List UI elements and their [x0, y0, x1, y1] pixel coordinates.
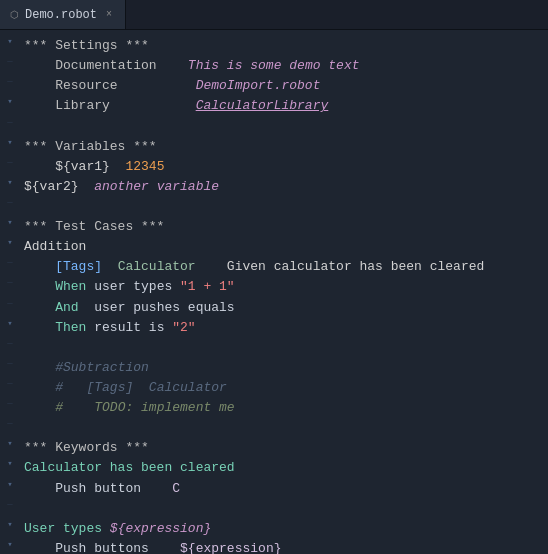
token: # [Tags] Calculator: [55, 380, 227, 395]
line: ─: [0, 499, 548, 519]
line: ▾ Push buttons ${expression}: [0, 539, 548, 554]
code: Push button C: [20, 479, 544, 499]
line: ─ [Tags] Calculator Given calculator has…: [0, 257, 548, 277]
token: [110, 159, 126, 174]
gutter: ─: [0, 157, 20, 171]
code: *** Settings ***: [20, 36, 544, 56]
token: result is: [86, 320, 172, 335]
token: C: [172, 481, 180, 496]
line: ▾ Library CalculatorLibrary: [0, 96, 548, 116]
token: Resource: [55, 78, 117, 93]
tab-close-button[interactable]: ×: [103, 8, 115, 21]
code: Documentation This is some demo text: [20, 56, 544, 76]
gutter: ─: [0, 298, 20, 312]
token: *** Settings ***: [24, 38, 149, 53]
token: 12345: [125, 159, 164, 174]
token: [157, 58, 188, 73]
code: Library CalculatorLibrary: [20, 96, 544, 116]
code: Calculator has been cleared: [20, 458, 544, 478]
code: ${var2} another variable: [20, 177, 544, 197]
line: ▾*** Variables ***: [0, 137, 548, 157]
token: User types: [24, 521, 110, 536]
token: [102, 259, 118, 274]
token: *** Test Cases ***: [24, 219, 164, 234]
code: Addition: [20, 237, 544, 257]
token: ${var1}: [55, 159, 110, 174]
gutter: ▾: [0, 458, 20, 472]
token: *** Variables ***: [24, 139, 157, 154]
gutter: ─: [0, 257, 20, 271]
line: ─ Documentation This is some demo text: [0, 56, 548, 76]
token: *** Keywords ***: [24, 440, 149, 455]
token: CalculatorLibrary: [196, 98, 329, 113]
code: Then result is "2": [20, 318, 544, 338]
line: ─: [0, 197, 548, 217]
code: [Tags] Calculator Given calculator has b…: [20, 257, 544, 277]
token: ${var2}: [24, 179, 79, 194]
token: Then: [55, 320, 86, 335]
code: # TODO: implement me: [20, 398, 544, 418]
gutter: ▾: [0, 36, 20, 50]
token: Calculator: [118, 259, 196, 274]
token: And: [55, 300, 78, 315]
gutter: ─: [0, 277, 20, 291]
gutter: ─: [0, 398, 20, 412]
token: DemoImport.robot: [196, 78, 321, 93]
token: [118, 78, 196, 93]
token: Library: [55, 98, 110, 113]
code: *** Keywords ***: [20, 438, 544, 458]
token: Addition: [24, 239, 86, 254]
line: ─ # TODO: implement me: [0, 398, 548, 418]
token: ${expression}: [180, 541, 281, 554]
token: [79, 179, 95, 194]
token: Push buttons: [55, 541, 149, 554]
token: #Subtraction: [55, 360, 149, 375]
gutter: ▾: [0, 137, 20, 151]
line: ▾User types ${expression}: [0, 519, 548, 539]
gutter: ─: [0, 338, 20, 352]
line: ─: [0, 338, 548, 358]
line: ▾ Then result is "2": [0, 318, 548, 338]
code: And user pushes equals: [20, 298, 544, 318]
gutter: ▾: [0, 217, 20, 231]
gutter: ─: [0, 76, 20, 90]
gutter: ▾: [0, 519, 20, 533]
code: *** Variables ***: [20, 137, 544, 157]
token: [110, 98, 196, 113]
gutter: ─: [0, 378, 20, 392]
token: [149, 541, 180, 554]
line: ▾*** Test Cases ***: [0, 217, 548, 237]
token: another variable: [94, 179, 219, 194]
gutter: ─: [0, 499, 20, 513]
token: "2": [172, 320, 195, 335]
token: ${expression}: [110, 521, 211, 536]
line: ─ ${var1} 12345: [0, 157, 548, 177]
gutter: ▾: [0, 237, 20, 251]
code: User types ${expression}: [20, 519, 544, 539]
code: *** Test Cases ***: [20, 217, 544, 237]
line: ▾Addition: [0, 237, 548, 257]
code: # [Tags] Calculator: [20, 378, 544, 398]
gutter: ▾: [0, 438, 20, 452]
token: Given calculator has been cleared: [196, 259, 485, 274]
demo-robot-tab[interactable]: ⬡ Demo.robot ×: [0, 0, 126, 29]
gutter: ▾: [0, 96, 20, 110]
editor: ▾*** Settings ***─ Documentation This is…: [0, 30, 548, 554]
token: When: [55, 279, 86, 294]
line: ─ # [Tags] Calculator: [0, 378, 548, 398]
code: ${var1} 12345: [20, 157, 544, 177]
line: ─ And user pushes equals: [0, 298, 548, 318]
gutter: ─: [0, 56, 20, 70]
token: user pushes equals: [79, 300, 235, 315]
token: This is some demo text: [188, 58, 360, 73]
gutter: ▾: [0, 177, 20, 191]
gutter: ─: [0, 197, 20, 211]
line: ▾ Push button C: [0, 479, 548, 499]
tab-icon: ⬡: [10, 9, 19, 21]
line: ─ Resource DemoImport.robot: [0, 76, 548, 96]
line: ▾Calculator has been cleared: [0, 458, 548, 478]
token: [141, 481, 172, 496]
line: ▾*** Keywords ***: [0, 438, 548, 458]
token: "1 + 1": [180, 279, 235, 294]
token: Calculator has been cleared: [24, 460, 235, 475]
